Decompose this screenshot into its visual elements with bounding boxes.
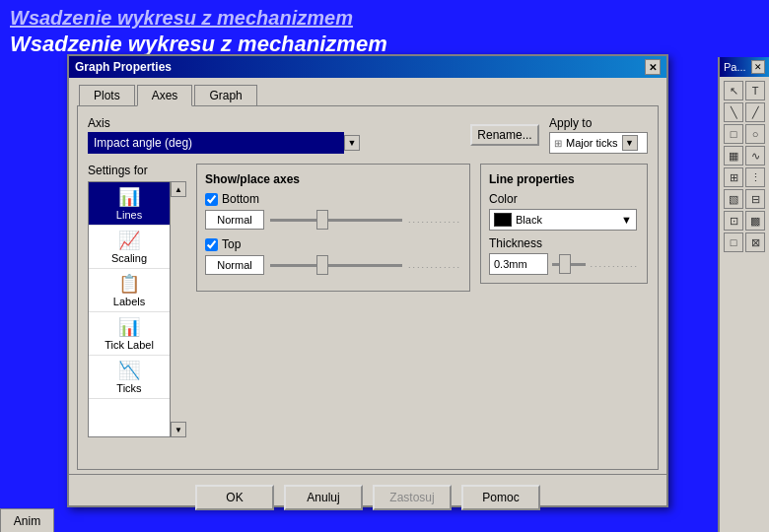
scaling-label: Scaling xyxy=(111,252,147,264)
top-slider-dots: ............ xyxy=(408,260,461,270)
color-dropdown[interactable]: Black ▼ xyxy=(489,209,637,231)
dialog-close-button[interactable]: ✕ xyxy=(645,59,661,75)
box-minus-icon[interactable]: ⊟ xyxy=(745,189,765,209)
fill-icon[interactable]: ▩ xyxy=(745,211,765,231)
axis-input-row: Impact angle (deg) ▼ xyxy=(88,132,460,154)
help-button[interactable]: Pomoc xyxy=(461,485,540,510)
anim-tab[interactable]: Anim xyxy=(0,508,54,532)
box-cross-icon[interactable]: ⊡ xyxy=(724,211,743,231)
color-value: Black xyxy=(516,214,542,226)
bottom-checkbox-label: Bottom xyxy=(222,192,259,206)
right-panel-title-text: Pa... xyxy=(724,61,746,73)
top-normal-box: Normal xyxy=(205,255,264,275)
top-slider-track xyxy=(270,264,402,267)
apply-button[interactable]: Zastosuj xyxy=(373,485,452,510)
top-slider-container xyxy=(270,255,402,275)
graph-properties-dialog: Graph Properties ✕ Plots Axes Graph Axis… xyxy=(67,54,668,507)
show-place-axes-section: Show/place axes Bottom Normal ..........… xyxy=(196,164,470,292)
settings-item-ticks[interactable]: 📉 Ticks xyxy=(89,356,170,399)
crosshair-icon[interactable]: ⊞ xyxy=(724,167,743,187)
thickness-section: Thickness 0.3mm ........... xyxy=(489,236,639,275)
thickness-slider-dots: ........... xyxy=(590,259,639,269)
line-properties-column: Line properties Color Black ▼ xyxy=(480,164,648,437)
rename-button[interactable]: Rename... xyxy=(470,124,539,146)
top-checkbox-row: Top xyxy=(205,237,461,251)
thickness-label: Thickness xyxy=(489,236,639,250)
thickness-slider-container xyxy=(552,254,586,274)
apply-to-dropdown[interactable]: ⊞ Major ticks ▼ xyxy=(549,132,648,154)
settings-item-tick-label[interactable]: 📊 Tick Label xyxy=(89,312,170,356)
axis-dropdown-arrow[interactable]: ▼ xyxy=(344,135,360,151)
right-panel-close-button[interactable]: ✕ xyxy=(751,60,765,74)
dialog-buttons: OK Anuluj Zastosuj Pomoc xyxy=(69,474,666,520)
tool-row-1: ↖ T xyxy=(724,81,765,100)
right-panel-tools: ↖ T ╲ ╱ □ ○ ▦ ∿ ⊞ ⋮ ▧ ⊟ ⊡ ▩ □ ⊠ xyxy=(720,77,769,256)
tool-row-2: ╲ ╱ xyxy=(724,102,765,122)
tick-label-label: Tick Label xyxy=(105,339,154,351)
dialog-titlebar: Graph Properties ✕ xyxy=(69,56,666,78)
bottom-normal-box: Normal xyxy=(205,210,264,230)
tool-row-4: ▦ ∿ xyxy=(724,146,765,166)
diagonal-icon[interactable]: ╱ xyxy=(745,102,765,122)
apply-to-label: Apply to xyxy=(549,116,592,130)
top-checkbox-label: Top xyxy=(222,237,241,251)
tool-row-6: ▧ ⊟ xyxy=(724,189,765,209)
lines-icon: 📊 xyxy=(118,186,140,208)
text-icon[interactable]: T xyxy=(745,81,765,100)
ticks-icon: 📉 xyxy=(118,360,140,381)
apply-to-value: Major ticks xyxy=(566,137,618,149)
wave-icon[interactable]: ∿ xyxy=(745,146,765,166)
tool-row-7: ⊡ ▩ xyxy=(724,211,765,231)
pattern-icon[interactable]: ⊠ xyxy=(745,233,765,252)
top-slider-thumb[interactable] xyxy=(316,255,328,275)
color-label: Color xyxy=(489,192,639,206)
tick-label-icon: 📊 xyxy=(118,316,140,338)
settings-list: 📊 Lines 📈 Scaling 📋 Labels 📊 xyxy=(88,181,171,437)
axis-label: Axis xyxy=(88,116,460,130)
settings-item-labels[interactable]: 📋 Labels xyxy=(89,269,170,312)
ok-button[interactable]: OK xyxy=(195,485,274,510)
labels-label: Labels xyxy=(113,296,145,307)
tab-graph[interactable]: Graph xyxy=(194,85,256,106)
thickness-value[interactable]: 0.3mm xyxy=(489,253,548,275)
line-icon[interactable]: ╲ xyxy=(724,102,743,122)
top-checkbox[interactable] xyxy=(205,238,218,251)
right-panel: Pa... ✕ ↖ T ╲ ╱ □ ○ ▦ ∿ ⊞ ⋮ ▧ ⊟ ⊡ ▩ xyxy=(718,57,769,532)
list-scroll-down[interactable]: ▼ xyxy=(171,422,186,437)
bottom-slider-container xyxy=(270,210,402,230)
dots-icon[interactable]: ⋮ xyxy=(745,167,765,187)
ellipse-icon[interactable]: ○ xyxy=(745,124,765,144)
show-place-axes-label: Show/place axes xyxy=(205,172,461,186)
list-scroll-up[interactable]: ▲ xyxy=(171,181,186,197)
grid-icon[interactable]: ▦ xyxy=(724,146,743,166)
hatch-icon[interactable]: ▧ xyxy=(724,189,743,209)
tab-axes[interactable]: Axes xyxy=(137,85,193,106)
apply-to-arrow[interactable]: ▼ xyxy=(622,135,638,151)
settings-list-container: 📊 Lines 📈 Scaling 📋 Labels 📊 xyxy=(88,181,186,437)
settings-item-scaling[interactable]: 📈 Scaling xyxy=(89,226,170,269)
line-properties-section: Line properties Color Black ▼ xyxy=(480,164,648,284)
bottom-checkbox-row: Bottom xyxy=(205,192,461,206)
bottom-slider-dots: ............ xyxy=(408,215,461,225)
cursor-icon[interactable]: ↖ xyxy=(724,81,743,100)
tabs-row: Plots Axes Graph xyxy=(79,84,666,105)
right-panel-titlebar: Pa... ✕ xyxy=(720,57,769,77)
labels-icon: 📋 xyxy=(118,273,140,295)
bottom-checkbox[interactable] xyxy=(205,193,218,206)
rectangle-icon[interactable]: □ xyxy=(724,124,743,144)
cancel-button[interactable]: Anuluj xyxy=(284,485,363,510)
color-dropdown-arrow[interactable]: ▼ xyxy=(621,214,632,226)
tool-row-3: □ ○ xyxy=(724,124,765,144)
box-plus-icon[interactable]: □ xyxy=(724,233,743,252)
top-slider-row: Normal ............ xyxy=(205,255,461,275)
settings-column: Settings for 📊 Lines 📈 Scaling 📋 xyxy=(88,164,186,437)
tab-plots[interactable]: Plots xyxy=(79,85,135,106)
scaling-icon: 📈 xyxy=(118,230,140,251)
thickness-slider-thumb[interactable] xyxy=(559,254,571,274)
list-scrollbar: ▲ ▼ xyxy=(171,181,186,437)
bottom-slider-thumb[interactable] xyxy=(316,210,328,230)
settings-item-lines[interactable]: 📊 Lines xyxy=(89,182,170,226)
rename-section: Rename... xyxy=(470,124,539,146)
ticks-label: Ticks xyxy=(116,382,141,394)
axis-section: Axis Impact angle (deg) ▼ xyxy=(88,116,460,154)
